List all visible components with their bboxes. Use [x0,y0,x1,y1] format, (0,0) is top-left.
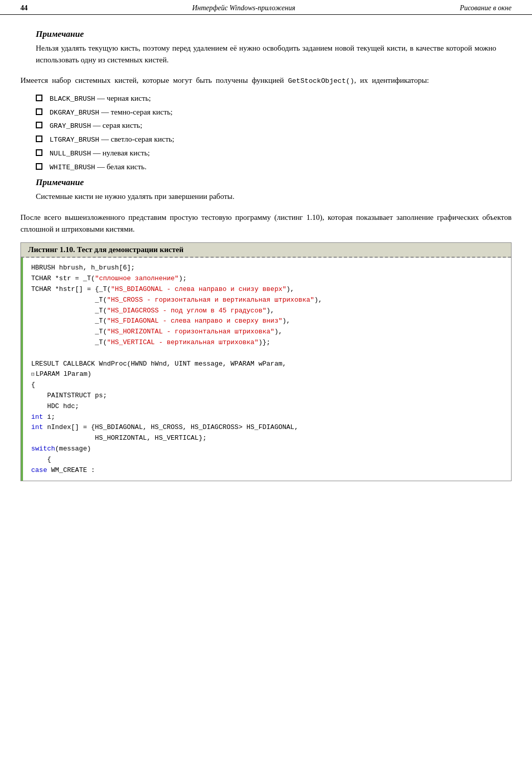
bullet-square-icon [36,163,42,170]
bullet-text: BLACK_BRUSH — черная кисть; [50,93,151,104]
bullet-square-icon [36,108,42,115]
list-item: NULL_BRUSH — нулевая кисть; [36,148,512,159]
bullet-square-icon [36,136,42,142]
bullet-text: LTGRAY_BRUSH — светло-серая кисть; [50,134,174,145]
listing-title: Листинг 1.10. Тест для демонстрации кист… [21,243,511,258]
note-box-2: Примечание Системные кисти не нужно удал… [36,177,496,202]
list-item: LTGRAY_BRUSH — светло-серая кисть; [36,134,512,145]
content-area: Примечание Нельзя удалять текущую кисть,… [0,15,532,497]
bullet-text: DKGRAY_BRUSH — темно-серая кисть; [50,107,173,118]
list-item: GRAY_BRUSH — серая кисть; [36,120,512,131]
code-block: HBRUSH hbrush, h_brush[6]; TCHAR *str = … [21,258,511,481]
bullet-square-icon [36,95,42,101]
page-number: 44 [20,4,28,12]
note-title-2: Примечание [36,177,496,188]
section-title: Рисование в окне [460,4,512,12]
list-item: WHITE_BRUSH — белая кисть. [36,162,512,173]
bullet-text: GRAY_BRUSH — серая кисть; [50,120,142,131]
note-text-2: Системные кисти не нужно удалять при зав… [36,191,496,202]
body-paragraph-1: Имеется набор системных кистей, которые … [20,75,512,87]
brush-list: BLACK_BRUSH — черная кисть;DKGRAY_BRUSH … [36,93,512,173]
page: 44 Интерфейс Windows-приложения Рисовани… [0,0,532,767]
body-text-1a: Имеется набор системных кистей, которые … [20,76,288,84]
list-item: DKGRAY_BRUSH — темно-серая кисть; [36,107,512,118]
list-item: BLACK_BRUSH — черная кисть; [36,93,512,104]
bullet-text: NULL_BRUSH — нулевая кисть; [50,148,150,159]
note-title-1: Примечание [36,29,496,39]
listing-box: Листинг 1.10. Тест для демонстрации кист… [20,242,512,481]
bullet-square-icon [36,122,42,128]
body-paragraph-2: После всего вышеизложенного представим п… [20,212,512,236]
note-box-1: Примечание Нельзя удалять текущую кисть,… [36,29,496,65]
code-getstockobject: GetStockObject() [288,77,354,85]
bullet-text: WHITE_BRUSH — белая кисть. [50,162,147,173]
chapter-title: Интерфейс Windows-приложения [192,4,295,12]
note-text-1: Нельзя удалять текущую кисть, поэтому пе… [36,42,496,65]
bullet-square-icon [36,149,42,156]
body-text-1b: , их идентификаторы: [354,76,429,84]
page-header: 44 Интерфейс Windows-приложения Рисовани… [0,0,532,15]
